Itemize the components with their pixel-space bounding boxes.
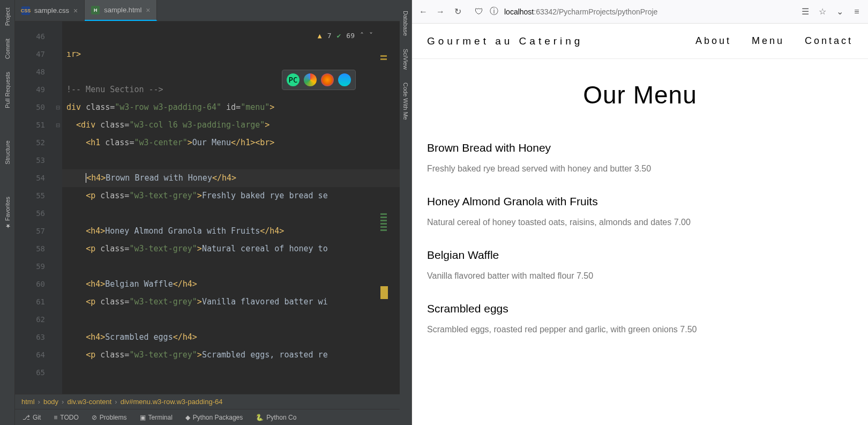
code-line[interactable]: <h4>Scrambled eggs</h4> — [62, 329, 400, 346]
safari-icon[interactable] — [338, 73, 351, 86]
code-line[interactable]: <p class="w3-text-grey">Vanilla flavored… — [62, 293, 400, 311]
code-line[interactable]: <h4>Brown Bread with Honey</h4> — [62, 169, 400, 187]
fold-minus-icon[interactable]: ⊟ — [55, 105, 61, 110]
code-line[interactable] — [62, 152, 400, 169]
tool-sciview[interactable]: SciView — [401, 42, 410, 76]
line-number: 64 — [15, 346, 45, 364]
code-line[interactable] — [62, 311, 400, 329]
editor-area[interactable]: 4647484950515253545556575859606162636465… — [15, 21, 400, 394]
firefox-icon[interactable] — [321, 73, 334, 86]
bottom-tool-terminal[interactable]: ▣Terminal — [134, 412, 178, 423]
menu-item: Scrambled eggsScrambled eggs, roasted re… — [427, 302, 853, 334]
breadcrumb-item[interactable]: html — [21, 398, 35, 406]
line-number: 59 — [15, 258, 45, 275]
back-icon[interactable]: ← — [418, 7, 428, 17]
inspection-bar[interactable]: ▲ 7 ✔ 69 ˄ ˅ — [318, 31, 373, 40]
tool-structure[interactable]: Structure — [3, 135, 12, 170]
line-number: 62 — [15, 311, 45, 329]
ide-panel: ProjectCommitPull RequestsStructure★ Fav… — [0, 0, 411, 425]
breadcrumb-item[interactable]: body — [43, 398, 58, 406]
code-line[interactable]: <p class="w3-text-grey">Natural cereal o… — [62, 240, 400, 258]
bottom-tool-git[interactable]: ⎇Git — [17, 412, 46, 423]
menu-item-desc: Freshly baked rye bread served with hone… — [427, 164, 853, 174]
line-number: 52 — [15, 134, 45, 152]
browser-toolbar: ← → ↻ 🛡 ⓘ localhost:63342/PycharmProject… — [412, 0, 868, 24]
tool-icon: ⊘ — [92, 414, 97, 421]
tool-code-with-me[interactable]: Code With Me — [401, 76, 410, 126]
css-file-icon: CSS — [21, 6, 30, 15]
tab-sample-css[interactable]: CSSsample.css× — [15, 0, 85, 21]
tool-project[interactable]: Project — [3, 2, 12, 31]
line-number: 53 — [15, 152, 45, 169]
line-number: 61 — [15, 293, 45, 311]
fold-minus-icon[interactable]: ⊟ — [55, 122, 61, 128]
pocket-icon[interactable]: ⌄ — [835, 6, 844, 17]
site-header: Gourmet au Catering AboutMenuContact — [412, 24, 868, 59]
reader-icon[interactable]: ☰ — [800, 6, 810, 17]
menu-item: Honey Almond Granola with FruitsNatural … — [427, 195, 853, 227]
breadcrumb-item[interactable]: div.w3-content — [67, 398, 111, 406]
tool-icon: ⎇ — [23, 414, 30, 421]
menu-icon[interactable]: ≡ — [852, 7, 862, 17]
bottom-tool-problems[interactable]: ⊘Problems — [86, 412, 132, 423]
code-line[interactable]: div class="w3-row w3-padding-64" id="men… — [62, 99, 400, 116]
bottom-tool-todo[interactable]: ≡TODO — [48, 412, 84, 423]
forward-icon[interactable]: → — [436, 7, 445, 17]
menu-item-title: Belgian Waffle — [427, 249, 853, 262]
url-text: localhost:63342/PycharmProjects/pythonPr… — [504, 8, 657, 16]
fold-gutter: ⊟ ⊟ — [54, 21, 62, 394]
code-line[interactable]: <p class="w3-text-grey">Scrambled eggs, … — [62, 346, 400, 364]
browser-panel: ← → ↻ 🛡 ⓘ localhost:63342/PycharmProject… — [411, 0, 868, 425]
code-area[interactable]: ▲ 7 ✔ 69 ˄ ˅ PC ır>!-- Menu Section -->d… — [62, 21, 400, 394]
line-number: 57 — [15, 222, 45, 240]
line-gutter: 4647484950515253545556575859606162636465 — [15, 21, 54, 394]
line-number: 50 — [15, 99, 45, 116]
breadcrumb[interactable]: html›body›div.w3-content›div#menu.w3-row… — [15, 394, 400, 409]
close-icon[interactable]: × — [146, 6, 150, 14]
browser-launcher: PC — [282, 70, 356, 90]
page-content: Gourmet au Catering AboutMenuContact Our… — [412, 24, 868, 425]
code-line[interactable] — [62, 258, 400, 275]
bookmark-icon[interactable]: ☆ — [818, 6, 827, 17]
line-number: 49 — [15, 81, 45, 99]
code-line[interactable]: <h1 class="w3-center">Our Menu</h1><br> — [62, 134, 400, 152]
line-number: 54 — [15, 169, 45, 187]
code-line[interactable]: <p class="w3-text-grey">Freshly baked ry… — [62, 187, 400, 205]
menu-item-title: Honey Almond Granola with Fruits — [427, 195, 853, 208]
reload-icon[interactable]: ↻ — [453, 6, 462, 17]
bottom-tool-python-co[interactable]: 🐍Python Co — [250, 412, 302, 423]
info-icon[interactable]: ⓘ — [489, 6, 499, 17]
tab-sample-html[interactable]: Hsample.html× — [85, 0, 157, 21]
nav-menu[interactable]: Menu — [752, 35, 784, 47]
chevron-up-icon[interactable]: ˄ — [360, 31, 364, 40]
close-icon[interactable]: × — [73, 6, 78, 15]
code-line[interactable] — [62, 205, 400, 222]
site-logo[interactable]: Gourmet au Catering — [427, 35, 583, 47]
code-line[interactable] — [62, 364, 400, 382]
code-line[interactable]: <div class="w3-col l6 w3-padding-large"> — [62, 116, 400, 134]
address-bar[interactable]: 🛡 ⓘ localhost:63342/PycharmProjects/pyth… — [470, 6, 793, 17]
pycharm-icon[interactable]: PC — [287, 73, 300, 86]
nav-about[interactable]: About — [695, 35, 731, 47]
code-line[interactable]: <h4>Honey Almond Granola with Fruits</h4… — [62, 222, 400, 240]
tool-commit[interactable]: Commit — [3, 33, 12, 64]
code-line[interactable]: ır> — [62, 46, 400, 63]
code-line[interactable]: <h4>Belgian Waffle</h4> — [62, 275, 400, 293]
chrome-icon[interactable] — [304, 73, 317, 86]
chevron-down-icon[interactable]: ˅ — [369, 31, 373, 40]
line-number: 55 — [15, 187, 45, 205]
line-number: 46 — [15, 28, 45, 46]
bottom-tool-python-packages[interactable]: ◆Python Packages — [180, 412, 248, 423]
tool-icon: 🐍 — [256, 414, 264, 421]
breadcrumb-item[interactable]: div#menu.w3-row.w3-padding-64 — [121, 398, 223, 406]
tool-pull-requests[interactable]: Pull Requests — [3, 66, 12, 114]
line-number: 65 — [15, 364, 45, 382]
error-stripe[interactable] — [380, 54, 387, 299]
bottom-toolbar: ⎇Git≡TODO⊘Problems▣Terminal◆Python Packa… — [15, 409, 400, 425]
tool-database[interactable]: Database — [401, 4, 410, 42]
right-toolbar: DatabaseSciViewCode With Me — [400, 0, 411, 425]
menu-item: Brown Bread with HoneyFreshly baked rye … — [427, 141, 853, 174]
tool-favorites[interactable]: ★ Favorites — [3, 191, 12, 235]
shield-icon[interactable]: 🛡 — [474, 7, 484, 17]
nav-contact[interactable]: Contact — [805, 35, 853, 47]
